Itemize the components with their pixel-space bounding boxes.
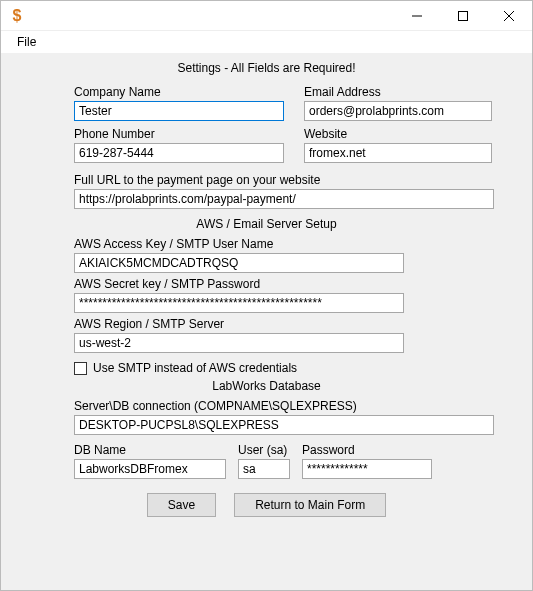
input-db-password[interactable]: [302, 459, 432, 479]
window-titlebar: $: [1, 1, 532, 31]
input-email[interactable]: [304, 101, 492, 121]
menu-bar: File: [1, 31, 532, 53]
heading-main: Settings - All Fields are Required!: [19, 61, 514, 75]
input-db-user[interactable]: [238, 459, 290, 479]
minimize-icon: [412, 11, 422, 21]
label-aws-region: AWS Region / SMTP Server: [74, 317, 514, 331]
input-company-name[interactable]: [74, 101, 284, 121]
input-db-conn[interactable]: [74, 415, 494, 435]
label-website: Website: [304, 127, 514, 141]
heading-aws: AWS / Email Server Setup: [19, 217, 514, 231]
close-button[interactable]: [486, 1, 532, 31]
input-website[interactable]: [304, 143, 492, 163]
label-aws-access: AWS Access Key / SMTP User Name: [74, 237, 514, 251]
label-db-conn: Server\DB connection (COMPNAME\SQLEXPRES…: [74, 399, 514, 413]
label-use-smtp: Use SMTP instead of AWS credentials: [93, 361, 297, 375]
label-email: Email Address: [304, 85, 514, 99]
close-icon: [504, 11, 514, 21]
input-aws-access[interactable]: [74, 253, 404, 273]
menu-file[interactable]: File: [9, 33, 44, 51]
label-phone: Phone Number: [74, 127, 284, 141]
return-button[interactable]: Return to Main Form: [234, 493, 386, 517]
app-icon: $: [9, 8, 25, 24]
maximize-icon: [458, 11, 468, 21]
label-db-password: Password: [302, 443, 432, 457]
minimize-button[interactable]: [394, 1, 440, 31]
input-phone[interactable]: [74, 143, 284, 163]
maximize-button[interactable]: [440, 1, 486, 31]
label-db-user: User (sa): [238, 443, 290, 457]
checkbox-use-smtp[interactable]: [74, 362, 87, 375]
save-button[interactable]: Save: [147, 493, 216, 517]
input-aws-region[interactable]: [74, 333, 404, 353]
heading-db: LabWorks Database: [19, 379, 514, 393]
label-payment-url: Full URL to the payment page on your web…: [74, 173, 514, 187]
label-db-name: DB Name: [74, 443, 226, 457]
svg-rect-1: [459, 11, 468, 20]
input-db-name[interactable]: [74, 459, 226, 479]
settings-form: Settings - All Fields are Required! Comp…: [1, 53, 532, 590]
input-payment-url[interactable]: [74, 189, 494, 209]
label-company-name: Company Name: [74, 85, 284, 99]
input-aws-secret[interactable]: [74, 293, 404, 313]
label-aws-secret: AWS Secret key / SMTP Password: [74, 277, 514, 291]
